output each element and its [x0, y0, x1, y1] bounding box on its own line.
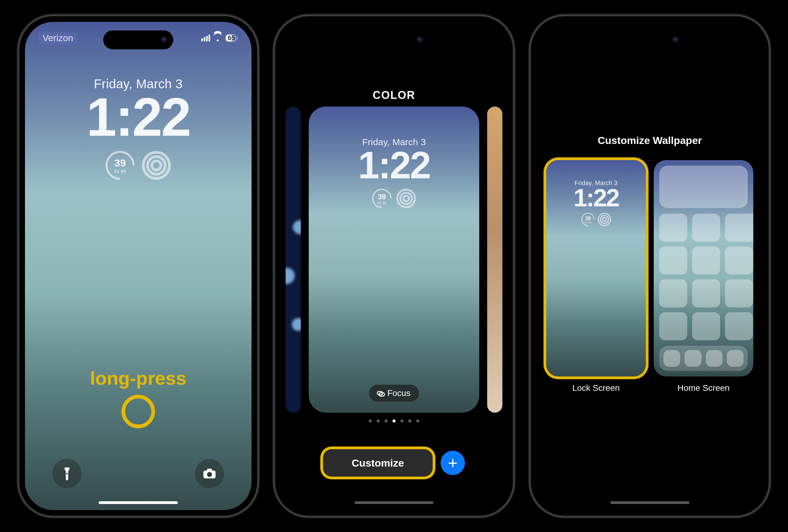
battery-indicator: 65: [225, 34, 236, 42]
home-indicator[interactable]: [99, 501, 178, 504]
customize-tile-row: Friday, March 3 1:22 39 31 40: [546, 160, 753, 393]
gallery-category-title: COLOR: [281, 89, 507, 102]
customize-title: Customize Wallpaper: [536, 135, 763, 146]
svg-point-0: [66, 473, 68, 474]
annotation-longpress-circle-icon: [121, 395, 155, 428]
lockscreen-widgets: 39 31 40: [25, 151, 252, 180]
battery-percent: 65: [228, 34, 235, 42]
phone-wallpaper-gallery: COLOR Friday, March 3 1:22 39 31 40: [275, 17, 513, 515]
wallpaper-card[interactable]: Friday, March 3 1:22 39 31 40: [309, 106, 479, 413]
gallery-card-wrap: Friday, March 3 1:22 39 31 40: [281, 106, 507, 413]
lockscreen-time: 1:22: [309, 146, 479, 184]
home-screen-tile[interactable]: Home Screen: [654, 160, 753, 393]
activity-rings-icon: [598, 213, 611, 226]
screen: Verizon 65 Friday, March 3 1:22 39 31 40: [25, 22, 252, 510]
home-indicator[interactable]: [610, 501, 689, 504]
aqi-range: 31 40: [114, 169, 126, 174]
home-screen-label: Home Screen: [677, 383, 730, 393]
plus-icon: +: [448, 455, 458, 471]
add-wallpaper-button[interactable]: +: [440, 451, 465, 475]
customize-label: Customize: [352, 457, 404, 469]
focus-link-button[interactable]: Focus: [369, 385, 419, 402]
aqi-widget-icon: 39 31 40: [578, 210, 597, 229]
home-indicator[interactable]: [354, 501, 434, 504]
status-bar: Verizon 65: [25, 32, 252, 44]
lockscreen-time: 1:22: [546, 185, 646, 210]
customize-button[interactable]: Customize: [323, 449, 433, 477]
front-camera-icon: [673, 37, 679, 43]
lockscreen-widgets: 39 31 40: [546, 213, 646, 226]
dynamic-island: [359, 30, 429, 49]
cellular-signal-icon: [201, 35, 210, 41]
aqi-widget-icon: 39 31 40: [368, 185, 396, 212]
svg-point-3: [207, 472, 212, 477]
screen: COLOR Friday, March 3 1:22 39 31 40: [281, 22, 507, 510]
camera-button[interactable]: [195, 459, 224, 488]
preview-lockscreen: Friday, March 3 1:22 39 31 40: [546, 180, 646, 226]
svg-rect-2: [207, 469, 212, 471]
focus-label: Focus: [387, 388, 410, 398]
front-camera-icon: [417, 37, 423, 43]
aqi-value: 39: [115, 157, 126, 169]
lock-screen-tile[interactable]: Friday, March 3 1:22 39 31 40: [546, 160, 646, 393]
lock-screen-preview[interactable]: Friday, March 3 1:22 39 31 40: [546, 160, 646, 376]
screen: Customize Wallpaper Friday, March 3 1:22…: [536, 22, 763, 510]
dynamic-island: [615, 30, 685, 49]
lockscreen-content[interactable]: Friday, March 3 1:22 39 31 40: [25, 77, 252, 180]
card-lockscreen-preview: Friday, March 3 1:22 39 31 40: [309, 137, 479, 208]
home-screen-preview[interactable]: [654, 160, 753, 376]
status-right: 65: [201, 32, 236, 44]
home-screen-layout-icon: [659, 166, 748, 371]
gallery-bottom-bar: Customize +: [281, 449, 507, 477]
flashlight-icon: [62, 467, 72, 480]
aqi-widget-icon[interactable]: 39 31 40: [100, 145, 140, 186]
activity-rings-icon[interactable]: [142, 151, 171, 180]
lock-screen-label: Lock Screen: [572, 383, 620, 393]
link-icon: [378, 390, 384, 396]
camera-icon: [203, 468, 216, 479]
wifi-icon: [213, 35, 222, 41]
page-dots[interactable]: [281, 420, 507, 423]
carrier-label: Verizon: [38, 32, 77, 44]
lockscreen-time: 1:22: [25, 90, 252, 144]
phone-lock-screen: Verizon 65 Friday, March 3 1:22 39 31 40: [19, 17, 257, 515]
flashlight-button[interactable]: [52, 459, 82, 488]
activity-rings-icon: [396, 189, 416, 208]
lockscreen-widgets: 39 31 40: [309, 189, 479, 208]
annotation-longpress-label: long-press: [25, 367, 252, 389]
lockscreen-bottom-actions: [25, 459, 252, 488]
phone-customize-wallpaper: Customize Wallpaper Friday, March 3 1:22…: [531, 17, 769, 515]
